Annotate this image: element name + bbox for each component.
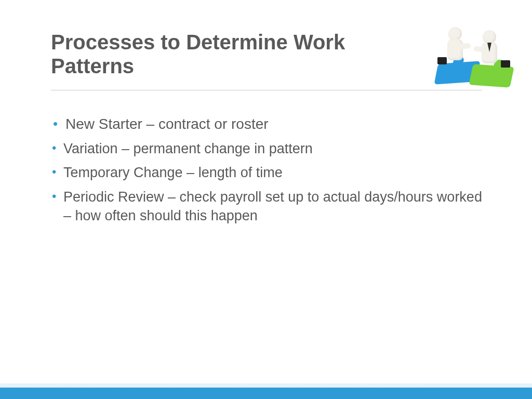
footer-main-strip: [0, 388, 532, 399]
slide: Processes to Determine Work Patterns New…: [0, 0, 532, 399]
bullet-text: New Starter – contract or roster: [65, 116, 269, 132]
bullet-text: Temporary Change – length of time: [63, 165, 283, 180]
bullet-text: Variation – permanent change in pattern: [63, 141, 313, 156]
bullet-text: Periodic Review – check payroll set up t…: [63, 189, 482, 223]
footer-bar: [0, 383, 532, 399]
header-area: Processes to Determine Work Patterns: [51, 30, 501, 78]
slide-title: Processes to Determine Work Patterns: [51, 30, 378, 78]
footer-accent-strip: [0, 383, 532, 388]
bullet-item: Periodic Review – check payroll set up t…: [51, 188, 490, 225]
figure-left-icon: [444, 27, 467, 69]
briefcase-right-icon: [501, 60, 510, 68]
figure-right-icon: [478, 30, 501, 72]
bullet-item: Variation – permanent change in pattern: [51, 139, 490, 158]
content-area: New Starter – contract or roster Variati…: [51, 114, 490, 231]
bullet-item: Temporary Change – length of time: [51, 163, 490, 182]
bullet-list: New Starter – contract or roster Variati…: [51, 114, 490, 225]
briefcase-left-icon: [437, 57, 447, 64]
title-divider: [51, 90, 482, 90]
bullet-item: New Starter – contract or roster: [51, 114, 490, 134]
handshake-puzzle-illustration: [434, 19, 517, 86]
